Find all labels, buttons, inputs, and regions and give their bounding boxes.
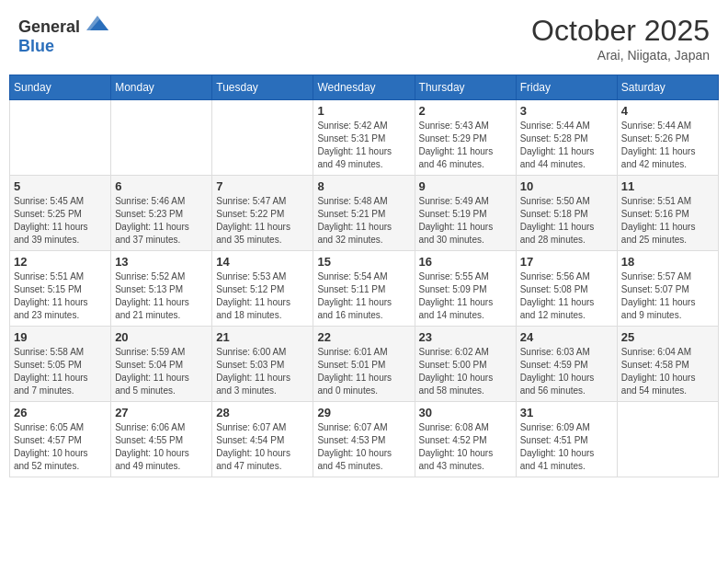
calendar-cell: 10Sunrise: 5:50 AM Sunset: 5:18 PM Dayli… [516,176,617,251]
day-info: Sunrise: 5:58 AM Sunset: 5:05 PM Dayligh… [14,346,107,397]
day-number: 9 [419,179,512,193]
page-header: General Blue October 2025 Arai, Niigata,… [9,9,719,67]
calendar-cell: 16Sunrise: 5:55 AM Sunset: 5:09 PM Dayli… [415,251,516,327]
day-info: Sunrise: 5:42 AM Sunset: 5:31 PM Dayligh… [317,120,410,171]
calendar-week-row: 5Sunrise: 5:45 AM Sunset: 5:25 PM Daylig… [10,176,719,251]
calendar-cell: 3Sunrise: 5:44 AM Sunset: 5:28 PM Daylig… [516,100,617,176]
calendar-cell: 8Sunrise: 5:48 AM Sunset: 5:21 PM Daylig… [313,176,415,251]
day-number: 31 [520,406,613,419]
day-number: 19 [14,330,107,344]
calendar-cell: 31Sunrise: 6:09 AM Sunset: 4:51 PM Dayli… [516,402,617,477]
day-number: 20 [115,330,208,344]
logo: General Blue [18,14,108,56]
calendar-cell: 4Sunrise: 5:44 AM Sunset: 5:26 PM Daylig… [617,100,718,176]
calendar-cell [212,100,313,176]
day-info: Sunrise: 5:56 AM Sunset: 5:08 PM Dayligh… [520,270,613,322]
day-info: Sunrise: 5:44 AM Sunset: 5:28 PM Dayligh… [520,120,613,171]
calendar-cell: 27Sunrise: 6:06 AM Sunset: 4:55 PM Dayli… [111,402,212,477]
logo-icon [86,14,108,32]
day-number: 22 [317,330,410,344]
day-info: Sunrise: 6:00 AM Sunset: 5:03 PM Dayligh… [216,346,309,397]
calendar-cell: 17Sunrise: 5:56 AM Sunset: 5:08 PM Dayli… [516,251,617,327]
calendar-cell: 20Sunrise: 5:59 AM Sunset: 5:04 PM Dayli… [111,327,212,402]
day-number: 15 [317,255,410,269]
day-info: Sunrise: 5:59 AM Sunset: 5:04 PM Dayligh… [115,346,208,397]
day-number: 7 [216,179,309,193]
day-info: Sunrise: 6:09 AM Sunset: 4:51 PM Dayligh… [520,421,613,473]
day-info: Sunrise: 5:48 AM Sunset: 5:21 PM Dayligh… [317,195,410,247]
day-number: 23 [419,330,512,344]
calendar-cell: 19Sunrise: 5:58 AM Sunset: 5:05 PM Dayli… [10,327,111,402]
calendar-cell: 9Sunrise: 5:49 AM Sunset: 5:19 PM Daylig… [415,176,516,251]
day-info: Sunrise: 5:52 AM Sunset: 5:13 PM Dayligh… [115,270,208,322]
day-number: 11 [621,179,714,193]
day-number: 4 [621,104,714,118]
calendar-cell: 26Sunrise: 6:05 AM Sunset: 4:57 PM Dayli… [10,402,111,477]
weekday-header: Friday [516,75,617,100]
calendar-cell: 22Sunrise: 6:01 AM Sunset: 5:01 PM Dayli… [313,327,415,402]
day-number: 26 [14,406,107,419]
calendar-cell: 28Sunrise: 6:07 AM Sunset: 4:54 PM Dayli… [212,402,313,477]
weekday-header: Saturday [617,75,718,100]
day-info: Sunrise: 5:55 AM Sunset: 5:09 PM Dayligh… [419,270,512,322]
day-number: 25 [621,330,714,344]
calendar-cell: 21Sunrise: 6:00 AM Sunset: 5:03 PM Dayli… [212,327,313,402]
calendar-week-row: 12Sunrise: 5:51 AM Sunset: 5:15 PM Dayli… [10,251,719,327]
calendar-week-row: 1Sunrise: 5:42 AM Sunset: 5:31 PM Daylig… [10,100,719,176]
day-info: Sunrise: 5:46 AM Sunset: 5:23 PM Dayligh… [115,195,208,247]
day-number: 27 [115,406,208,419]
month-title: October 2025 [531,14,710,48]
day-info: Sunrise: 5:53 AM Sunset: 5:12 PM Dayligh… [216,270,309,322]
day-number: 21 [216,330,309,344]
calendar-week-row: 19Sunrise: 5:58 AM Sunset: 5:05 PM Dayli… [10,327,719,402]
day-info: Sunrise: 5:43 AM Sunset: 5:29 PM Dayligh… [419,120,512,171]
calendar-cell: 2Sunrise: 5:43 AM Sunset: 5:29 PM Daylig… [415,100,516,176]
day-info: Sunrise: 5:51 AM Sunset: 5:15 PM Dayligh… [14,270,107,322]
calendar-cell: 23Sunrise: 6:02 AM Sunset: 5:00 PM Dayli… [415,327,516,402]
title-area: October 2025 Arai, Niigata, Japan [531,14,710,63]
day-info: Sunrise: 5:45 AM Sunset: 5:25 PM Dayligh… [14,195,107,247]
day-info: Sunrise: 6:08 AM Sunset: 4:52 PM Dayligh… [419,421,512,473]
calendar-header-row: SundayMondayTuesdayWednesdayThursdayFrid… [10,75,719,100]
day-info: Sunrise: 6:05 AM Sunset: 4:57 PM Dayligh… [14,421,107,473]
day-number: 5 [14,179,107,193]
day-info: Sunrise: 6:04 AM Sunset: 4:58 PM Dayligh… [621,346,714,397]
calendar-cell: 14Sunrise: 5:53 AM Sunset: 5:12 PM Dayli… [212,251,313,327]
day-number: 3 [520,104,613,118]
day-number: 14 [216,255,309,269]
calendar-cell: 30Sunrise: 6:08 AM Sunset: 4:52 PM Dayli… [415,402,516,477]
calendar-cell: 18Sunrise: 5:57 AM Sunset: 5:07 PM Dayli… [617,251,718,327]
day-info: Sunrise: 5:51 AM Sunset: 5:16 PM Dayligh… [621,195,714,247]
day-number: 29 [317,406,410,419]
day-info: Sunrise: 5:49 AM Sunset: 5:19 PM Dayligh… [419,195,512,247]
weekday-header: Tuesday [212,75,313,100]
day-number: 30 [419,406,512,419]
day-info: Sunrise: 6:02 AM Sunset: 5:00 PM Dayligh… [419,346,512,397]
weekday-header: Monday [111,75,212,100]
calendar-table: SundayMondayTuesdayWednesdayThursdayFrid… [9,75,719,477]
calendar-week-row: 26Sunrise: 6:05 AM Sunset: 4:57 PM Dayli… [10,402,719,477]
day-number: 12 [14,255,107,269]
logo-general: General [18,17,80,36]
calendar-cell: 13Sunrise: 5:52 AM Sunset: 5:13 PM Dayli… [111,251,212,327]
day-number: 10 [520,179,613,193]
calendar-cell: 24Sunrise: 6:03 AM Sunset: 4:59 PM Dayli… [516,327,617,402]
calendar-cell: 15Sunrise: 5:54 AM Sunset: 5:11 PM Dayli… [313,251,415,327]
day-info: Sunrise: 5:44 AM Sunset: 5:26 PM Dayligh… [621,120,714,171]
day-number: 17 [520,255,613,269]
calendar-cell: 5Sunrise: 5:45 AM Sunset: 5:25 PM Daylig… [10,176,111,251]
weekday-header: Sunday [10,75,111,100]
calendar-cell: 1Sunrise: 5:42 AM Sunset: 5:31 PM Daylig… [313,100,415,176]
day-info: Sunrise: 5:50 AM Sunset: 5:18 PM Dayligh… [520,195,613,247]
day-info: Sunrise: 6:06 AM Sunset: 4:55 PM Dayligh… [115,421,208,473]
calendar-cell: 6Sunrise: 5:46 AM Sunset: 5:23 PM Daylig… [111,176,212,251]
calendar-cell [617,402,718,477]
day-info: Sunrise: 6:07 AM Sunset: 4:53 PM Dayligh… [317,421,410,473]
weekday-header: Wednesday [313,75,415,100]
day-info: Sunrise: 6:03 AM Sunset: 4:59 PM Dayligh… [520,346,613,397]
day-info: Sunrise: 6:07 AM Sunset: 4:54 PM Dayligh… [216,421,309,473]
location-title: Arai, Niigata, Japan [531,48,710,63]
calendar-cell: 12Sunrise: 5:51 AM Sunset: 5:15 PM Dayli… [10,251,111,327]
day-number: 8 [317,179,410,193]
day-number: 16 [419,255,512,269]
